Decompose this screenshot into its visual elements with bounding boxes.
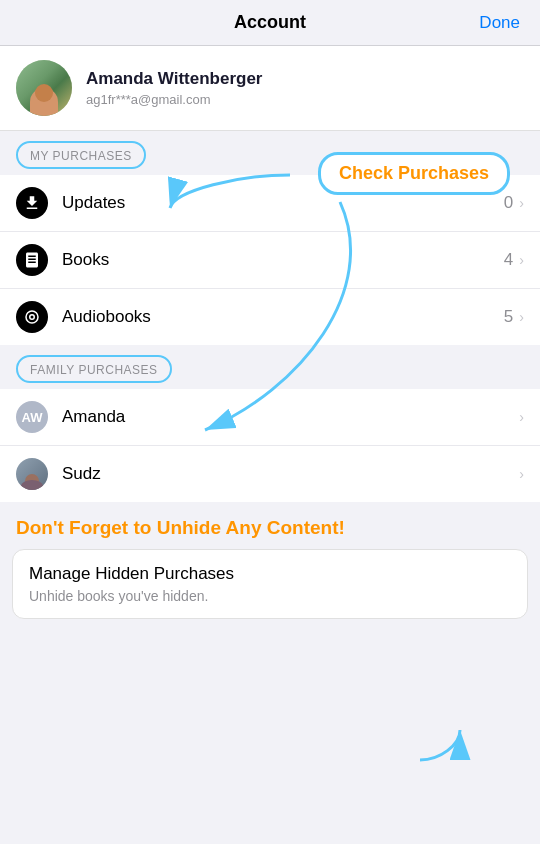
books-item[interactable]: Books 4 ›	[0, 232, 540, 289]
audiobooks-label: Audiobooks	[62, 307, 504, 327]
profile-info: Amanda Wittenberger ag1fr***a@gmail.com	[86, 69, 262, 107]
my-purchases-label: MY PURCHASES	[30, 149, 132, 163]
manage-hidden-purchases-card[interactable]: Manage Hidden Purchases Unhide books you…	[12, 549, 528, 619]
my-purchases-header: MY PURCHASES	[0, 131, 540, 175]
updates-icon	[16, 187, 48, 219]
done-button[interactable]: Done	[479, 13, 520, 33]
amanda-initials: AW	[22, 410, 43, 425]
my-purchases-list: Updates 0 › Books 4 › Audiobooks 5 ›	[0, 175, 540, 345]
family-purchases-bubble: FAMILY PURCHASES	[16, 355, 172, 383]
sudz-label: Sudz	[62, 464, 519, 484]
audiobooks-item[interactable]: Audiobooks 5 ›	[0, 289, 540, 345]
updates-item[interactable]: Updates 0 ›	[0, 175, 540, 232]
manage-card-subtitle: Unhide books you've hidden.	[29, 588, 511, 604]
books-chevron: ›	[519, 252, 524, 268]
profile-section: Amanda Wittenberger ag1fr***a@gmail.com	[0, 46, 540, 131]
updates-chevron: ›	[519, 195, 524, 211]
callout-text: Don't Forget to Unhide Any Content!	[0, 502, 540, 549]
profile-email: ag1fr***a@gmail.com	[86, 92, 262, 107]
books-count: 4	[504, 250, 513, 270]
amanda-avatar: AW	[16, 401, 48, 433]
books-label: Books	[62, 250, 504, 270]
avatar	[16, 60, 72, 116]
my-purchases-bubble: MY PURCHASES	[16, 141, 146, 169]
amanda-label: Amanda	[62, 407, 519, 427]
books-icon	[16, 244, 48, 276]
family-purchases-header: FAMILY PURCHASES	[0, 345, 540, 389]
updates-label: Updates	[62, 193, 504, 213]
manage-card-title: Manage Hidden Purchases	[29, 564, 511, 584]
updates-count: 0	[504, 193, 513, 213]
amanda-chevron: ›	[519, 409, 524, 425]
audiobooks-chevron: ›	[519, 309, 524, 325]
header: Account Done	[0, 0, 540, 46]
sudz-avatar	[16, 458, 48, 490]
profile-name: Amanda Wittenberger	[86, 69, 262, 89]
family-purchases-label: FAMILY PURCHASES	[30, 363, 158, 377]
audiobooks-count: 5	[504, 307, 513, 327]
page-title: Account	[234, 12, 306, 33]
sudz-chevron: ›	[519, 466, 524, 482]
sudz-item[interactable]: Sudz ›	[0, 446, 540, 502]
audiobooks-icon	[16, 301, 48, 333]
family-purchases-list: AW Amanda › Sudz ›	[0, 389, 540, 502]
amanda-item[interactable]: AW Amanda ›	[0, 389, 540, 446]
